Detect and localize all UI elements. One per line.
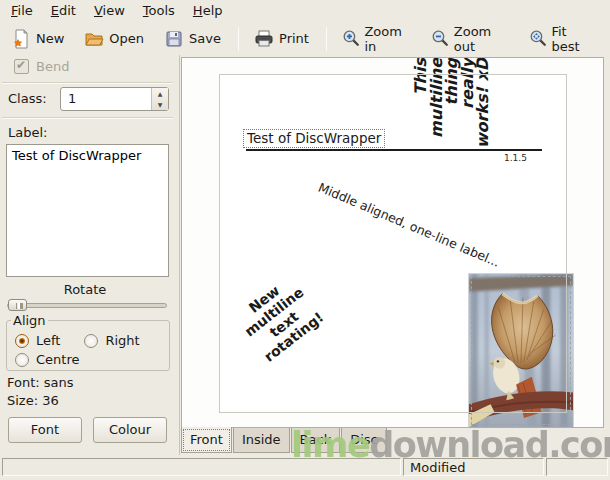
new-button[interactable]: New <box>4 26 71 52</box>
tab-disc[interactable]: Disc <box>341 428 387 453</box>
class-spinbox-value: 1 <box>61 88 151 110</box>
new-button-label: New <box>36 31 64 46</box>
align-right-radio[interactable] <box>84 334 98 348</box>
rotate-slider-trough[interactable] <box>7 303 167 308</box>
sidebar: Bend Class: 1 ▲ ▼ Label: Test of DiscWra… <box>0 55 180 455</box>
align-right-label: Right <box>105 333 139 348</box>
page-tabs: Front Inside Back Disc <box>181 428 610 455</box>
menu-help[interactable]: Help <box>184 1 232 21</box>
class-spinbox[interactable]: 1 ▲ ▼ <box>60 87 169 111</box>
font-button[interactable]: Font <box>8 417 82 443</box>
save-button-label: Save <box>189 31 221 46</box>
tab-inside[interactable]: Inside <box>233 428 290 453</box>
spin-down-button[interactable]: ▼ <box>152 99 168 110</box>
separator <box>2 117 173 119</box>
printer-icon <box>254 29 274 49</box>
align-centre-label: Centre <box>36 352 79 367</box>
fit-best-button[interactable]: Fit best <box>522 21 600 57</box>
menubar: File Edit View Tools Help <box>0 0 610 22</box>
version-label: 1.1.5 <box>504 153 527 163</box>
spin-up-button[interactable]: ▲ <box>152 88 168 99</box>
design-canvas[interactable]: Test of DiscWrapper This multiline thing… <box>181 57 604 428</box>
statusbar-left-section <box>2 458 401 476</box>
class-label: Class: <box>8 91 60 106</box>
label-caption: Label: <box>8 125 47 140</box>
bend-checkbox-label: Bend <box>36 59 69 74</box>
zoom-in-button-label: Zoom in <box>364 24 411 54</box>
save-button[interactable]: Save <box>157 26 228 52</box>
menu-file[interactable]: File <box>2 1 42 21</box>
canvas-vertical-label[interactable]: This multiline thing really works! xD <box>413 58 493 168</box>
open-folder-icon <box>84 29 104 49</box>
separator <box>2 82 173 84</box>
rotate-slider[interactable] <box>7 298 167 312</box>
align-left-radio[interactable] <box>15 334 29 348</box>
bend-checkbox <box>14 59 29 74</box>
rotate-caption: Rotate <box>0 282 170 297</box>
menu-tools[interactable]: Tools <box>134 1 184 21</box>
font-info-label: Font: sans <box>7 375 74 390</box>
colour-button[interactable]: Colour <box>93 417 167 443</box>
fit-best-button-label: Fit best <box>551 24 593 54</box>
open-button[interactable]: Open <box>77 26 151 52</box>
menu-view[interactable]: View <box>85 1 134 21</box>
canvas-main-label[interactable]: Test of DiscWrapper <box>243 129 385 148</box>
new-document-icon <box>11 29 31 49</box>
class-row: Class: 1 ▲ ▼ <box>8 86 169 111</box>
save-floppy-icon <box>164 29 184 49</box>
align-group-label: Align <box>11 313 48 328</box>
toolbar: New Open Save Print Zoom in Zoom out <box>0 22 610 55</box>
statusbar-right-section <box>546 458 608 476</box>
tab-front[interactable]: Front <box>181 427 232 453</box>
zoom-out-button[interactable]: Zoom out <box>424 21 516 57</box>
align-left-label: Left <box>36 333 60 348</box>
size-info-label: Size: 36 <box>7 393 59 408</box>
toolbar-separator <box>326 27 327 51</box>
align-centre-radio[interactable] <box>15 353 29 367</box>
modified-status-label: Modified <box>410 460 465 475</box>
print-button-label: Print <box>279 31 309 46</box>
vertical-label-line: works! xD <box>475 58 491 168</box>
print-button[interactable]: Print <box>247 26 316 52</box>
fit-best-icon <box>529 29 547 49</box>
bend-row: Bend <box>14 59 69 74</box>
align-group: Align Left Right Centre <box>6 313 170 371</box>
label-textarea[interactable]: Test of DiscWrapper <box>6 144 169 277</box>
statusbar-modified-section: Modified <box>403 458 544 476</box>
rotate-slider-thumb[interactable] <box>8 299 27 311</box>
statusbar: Modified <box>0 455 610 480</box>
zoom-in-icon <box>342 29 360 49</box>
menu-edit[interactable]: Edit <box>42 1 85 21</box>
open-button-label: Open <box>109 31 144 46</box>
zoom-in-button[interactable]: Zoom in <box>335 21 418 57</box>
tab-back[interactable]: Back <box>291 428 341 453</box>
toolbar-separator <box>238 27 239 51</box>
zoom-out-button-label: Zoom out <box>454 24 509 54</box>
hawk-photo[interactable] <box>468 273 574 428</box>
fold-line <box>246 149 542 151</box>
zoom-out-icon <box>431 29 449 49</box>
